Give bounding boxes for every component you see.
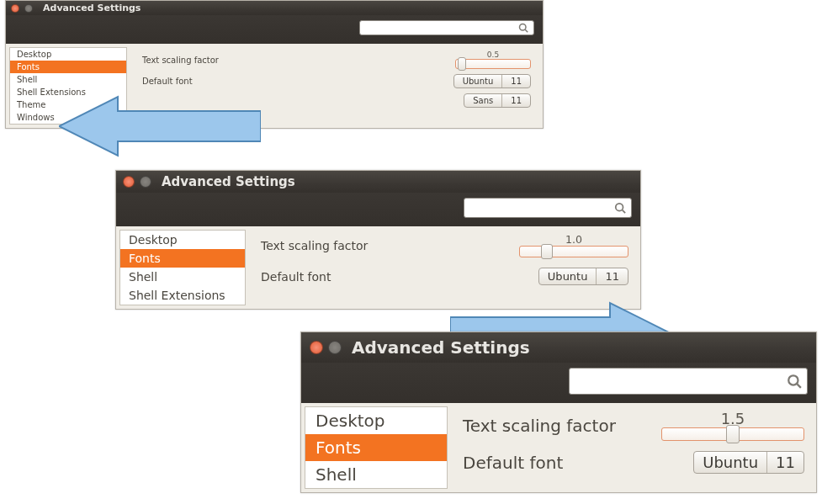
svg-point-0 bbox=[520, 24, 527, 31]
sidebar-item-fonts[interactable]: Fonts bbox=[10, 61, 126, 73]
minimize-icon[interactable] bbox=[328, 341, 342, 354]
close-icon[interactable] bbox=[123, 176, 135, 188]
row-default-font: Default font Ubuntu 11 bbox=[261, 268, 628, 285]
search-input[interactable] bbox=[576, 372, 787, 390]
default-font-label: Default font bbox=[261, 270, 538, 284]
row-scaling: Text scaling factor 0.5 bbox=[142, 50, 531, 69]
slider-thumb[interactable] bbox=[726, 425, 740, 443]
toolbar bbox=[116, 193, 640, 226]
svg-point-6 bbox=[788, 375, 798, 385]
window-body: Desktop Fonts Shell Shell Extensions Tex… bbox=[116, 226, 640, 309]
scaling-slider-wrap: 0.5 bbox=[455, 50, 531, 69]
font-size: 11 bbox=[501, 75, 530, 88]
window-med: Advanced Settings Desktop Fonts Shell Sh… bbox=[115, 170, 641, 310]
search-icon bbox=[518, 23, 528, 33]
scaling-value: 1.0 bbox=[565, 233, 582, 246]
font-name: Ubuntu bbox=[539, 268, 597, 284]
svg-line-4 bbox=[623, 210, 626, 214]
svg-line-1 bbox=[525, 29, 528, 32]
toolbar bbox=[301, 363, 816, 403]
font-name: Ubuntu bbox=[454, 75, 502, 88]
titlebar[interactable]: Advanced Settings bbox=[6, 1, 543, 15]
scaling-label: Text scaling factor bbox=[261, 239, 519, 252]
scaling-label: Text scaling factor bbox=[142, 56, 455, 65]
sidebar-item-fonts[interactable]: Fonts bbox=[305, 434, 447, 461]
svg-marker-2 bbox=[59, 97, 261, 156]
font-size: 11 bbox=[766, 452, 803, 473]
slider-thumb[interactable] bbox=[541, 244, 553, 259]
search-input[interactable] bbox=[367, 23, 518, 34]
default-font-label: Default font bbox=[463, 453, 693, 473]
window-big: Advanced Settings Desktop Fonts Shell Te… bbox=[300, 332, 817, 493]
minimize-icon[interactable] bbox=[140, 176, 151, 188]
scaling-label: Text scaling factor bbox=[463, 416, 661, 436]
default-font-label: Default font bbox=[142, 77, 453, 86]
titlebar[interactable]: Advanced Settings bbox=[116, 171, 640, 193]
svg-point-3 bbox=[616, 204, 623, 211]
toolbar bbox=[6, 15, 543, 44]
sidebar-item-shell[interactable]: Shell bbox=[305, 461, 447, 488]
scaling-slider[interactable] bbox=[455, 59, 531, 69]
row-scaling: Text scaling factor 1.5 bbox=[463, 410, 804, 441]
search-box[interactable] bbox=[569, 368, 808, 395]
sidebar-item-desktop[interactable]: Desktop bbox=[120, 231, 245, 249]
sidebar-item-shell[interactable]: Shell bbox=[10, 73, 126, 86]
close-icon[interactable] bbox=[310, 341, 323, 354]
search-input[interactable] bbox=[471, 201, 614, 215]
window-title: Advanced Settings bbox=[352, 337, 530, 358]
search-box[interactable] bbox=[359, 20, 534, 35]
search-icon bbox=[787, 374, 802, 389]
row-scaling: Text scaling factor 1.0 bbox=[261, 233, 628, 257]
default-font-button[interactable]: Ubuntu 11 bbox=[538, 268, 628, 285]
font-name: Sans bbox=[464, 94, 501, 107]
sidebar-item-desktop[interactable]: Desktop bbox=[305, 407, 447, 434]
font-size: 11 bbox=[501, 94, 530, 107]
svg-line-7 bbox=[797, 384, 801, 388]
search-box[interactable] bbox=[464, 198, 632, 218]
sidebar: Desktop Fonts Shell Shell Extensions bbox=[119, 230, 246, 305]
sidebar-item-shell-extensions[interactable]: Shell Extensions bbox=[120, 286, 245, 305]
row-default-font: Default font Ubuntu 11 bbox=[142, 74, 531, 88]
sidebar: Desktop Fonts Shell bbox=[305, 406, 448, 489]
default-font-button[interactable]: Ubuntu 11 bbox=[453, 74, 531, 88]
window-body: Desktop Fonts Shell Text scaling factor … bbox=[301, 403, 816, 492]
sidebar-item-fonts[interactable]: Fonts bbox=[120, 249, 245, 268]
close-icon[interactable] bbox=[11, 4, 19, 13]
content-pane: Text scaling factor 1.5 Default font Ubu… bbox=[451, 403, 816, 492]
minimize-icon[interactable] bbox=[24, 4, 33, 13]
search-icon bbox=[614, 202, 626, 214]
content-pane: Text scaling factor 1.0 Default font Ubu… bbox=[249, 226, 640, 309]
slider-thumb[interactable] bbox=[458, 57, 466, 71]
scaling-slider-wrap: 1.0 bbox=[519, 233, 628, 257]
row-default-font: Default font Ubuntu 11 bbox=[463, 451, 804, 474]
scaling-slider[interactable] bbox=[519, 246, 628, 257]
arrow-left-icon bbox=[59, 93, 261, 160]
font-name: Ubuntu bbox=[694, 452, 766, 473]
font-size: 11 bbox=[596, 268, 628, 284]
scaling-slider[interactable] bbox=[661, 427, 804, 441]
scaling-slider-wrap: 1.5 bbox=[661, 410, 804, 441]
sidebar-item-desktop[interactable]: Desktop bbox=[10, 48, 126, 61]
titlebar[interactable]: Advanced Settings bbox=[301, 332, 816, 363]
sidebar-item-shell[interactable]: Shell bbox=[120, 268, 245, 286]
default-font-button[interactable]: Ubuntu 11 bbox=[693, 451, 804, 474]
window-title: Advanced Settings bbox=[162, 174, 295, 189]
scaling-value: 0.5 bbox=[487, 50, 499, 59]
window-title: Advanced Settings bbox=[43, 3, 141, 13]
extra-font-button[interactable]: Sans 11 bbox=[464, 93, 531, 108]
